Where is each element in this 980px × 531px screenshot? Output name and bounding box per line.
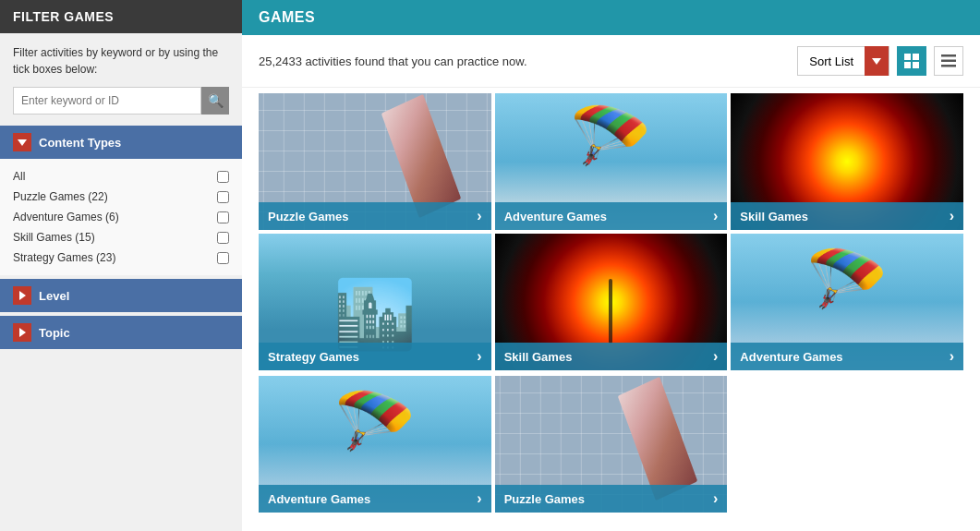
adventure-chevron-3: ›: [477, 490, 481, 507]
adventure-label-1: Adventure Games ›: [495, 202, 728, 230]
svg-rect-4: [941, 54, 956, 57]
skill-chevron-1: ›: [950, 208, 954, 224]
strategy-label-1: Strategy Games ›: [259, 343, 491, 370]
sort-label: Sort List: [798, 54, 865, 68]
content-types-header[interactable]: Content Types: [0, 126, 242, 159]
filter-checkbox-skill[interactable]: [217, 232, 229, 244]
puzzle-chevron-2: ›: [713, 490, 718, 507]
adventure-title-1: Adventure Games: [504, 210, 607, 223]
adventure-title-2: Adventure Games: [740, 350, 842, 364]
filter-option-adventure-label: Adventure Games (6): [13, 211, 119, 223]
sort-dropdown[interactable]: Sort List: [797, 46, 889, 76]
empty-slot: [731, 376, 963, 513]
activity-count: 25,2433 activities found that you can pr…: [259, 54, 527, 68]
game-card-puzzle-2[interactable]: Puzzle Games ›: [495, 376, 728, 513]
puzzle-chevron-1: ›: [477, 208, 481, 224]
sidebar: FILTER GAMES Filter activities by keywor…: [0, 0, 242, 531]
search-row: 🔍: [0, 87, 242, 126]
filter-option-skill: Skill Games (15): [13, 227, 229, 247]
puzzle-label-2: Puzzle Games ›: [495, 485, 728, 513]
list-icon: [941, 54, 956, 67]
content-types-options: All Puzzle Games (22) Adventure Games (6…: [0, 159, 242, 275]
topic-toggle-icon: [13, 323, 31, 342]
filter-checkbox-strategy[interactable]: [217, 252, 229, 264]
search-button[interactable]: 🔍: [201, 87, 229, 115]
sort-row: Sort List: [797, 46, 963, 76]
games-grid-bottom: 🪂 Adventure Games › Puzzle Games ›: [242, 376, 980, 520]
puzzle-label-1: Puzzle Games ›: [259, 202, 491, 230]
filter-checkbox-adventure[interactable]: [217, 211, 229, 223]
filter-option-all: All: [13, 166, 229, 187]
grid-icon: [904, 54, 919, 68]
sidebar-title: FILTER GAMES: [0, 0, 242, 33]
adventure-label-2: Adventure Games ›: [731, 343, 963, 370]
main-toolbar: 25,2433 activities found that you can pr…: [242, 35, 980, 88]
game-card-adventure-2[interactable]: 🪂 Adventure Games ›: [731, 234, 963, 370]
level-toggle-icon: [13, 286, 31, 305]
puzzle-title-2: Puzzle Games: [504, 492, 585, 506]
level-section-header[interactable]: Level: [0, 279, 242, 312]
skill-title-2: Skill Games: [504, 350, 573, 364]
game-card-skill-1[interactable]: Skill Games ›: [731, 93, 963, 230]
list-view-button[interactable]: [934, 46, 963, 76]
game-card-adventure-3[interactable]: 🪂 Adventure Games ›: [259, 376, 491, 513]
filter-checkbox-puzzle[interactable]: [217, 191, 229, 203]
skill-title-1: Skill Games: [740, 210, 808, 223]
game-card-adventure-1[interactable]: 🪂 Adventure Games ›: [495, 93, 728, 230]
game-card-skill-2[interactable]: Skill Games ›: [495, 234, 728, 370]
filter-option-strategy: Strategy Games (23): [13, 247, 229, 268]
svg-rect-3: [913, 62, 919, 68]
level-label: Level: [39, 289, 69, 303]
filter-option-all-label: All: [13, 170, 25, 183]
svg-rect-5: [941, 60, 956, 63]
game-card-strategy-1[interactable]: 🏙️ Strategy Games ›: [259, 234, 491, 370]
svg-rect-2: [904, 62, 911, 68]
strategy-title-1: Strategy Games: [268, 350, 359, 364]
adventure-chevron-2: ›: [950, 348, 954, 365]
main-title: GAMES: [242, 0, 980, 35]
skill-chevron-2: ›: [713, 348, 718, 365]
adventure-chevron-1: ›: [713, 208, 718, 224]
adventure-title-3: Adventure Games: [268, 492, 370, 506]
filter-option-strategy-label: Strategy Games (23): [13, 251, 115, 264]
content-types-toggle-icon: [13, 133, 31, 151]
svg-rect-1: [913, 54, 919, 60]
main-content: GAMES 25,2433 activities found that you …: [242, 0, 980, 531]
strategy-chevron-1: ›: [477, 348, 481, 365]
filter-option-puzzle-label: Puzzle Games (22): [13, 190, 108, 203]
filter-option-adventure: Adventure Games (6): [13, 207, 229, 227]
topic-section-header[interactable]: Topic: [0, 316, 242, 349]
games-grid: Puzzle Games › 🪂 Adventure Games › Skill…: [242, 88, 980, 376]
puzzle-title-1: Puzzle Games: [268, 210, 348, 223]
filter-checkbox-all[interactable]: [217, 171, 229, 183]
search-input[interactable]: [13, 87, 201, 115]
sidebar-description: Filter activities by keyword or by using…: [0, 33, 242, 87]
skill-label-1: Skill Games ›: [731, 202, 963, 230]
skill-label-2: Skill Games ›: [495, 343, 728, 370]
topic-label: Topic: [39, 326, 70, 340]
filter-option-skill-label: Skill Games (15): [13, 231, 95, 244]
content-types-label: Content Types: [39, 136, 121, 150]
sort-caret: [865, 46, 889, 76]
svg-rect-0: [904, 54, 911, 60]
svg-rect-6: [941, 65, 956, 67]
filter-option-puzzle: Puzzle Games (22): [13, 187, 229, 207]
adventure-label-3: Adventure Games ›: [259, 485, 491, 513]
grid-view-button[interactable]: [897, 46, 926, 76]
game-card-puzzle-1[interactable]: Puzzle Games ›: [259, 93, 491, 230]
